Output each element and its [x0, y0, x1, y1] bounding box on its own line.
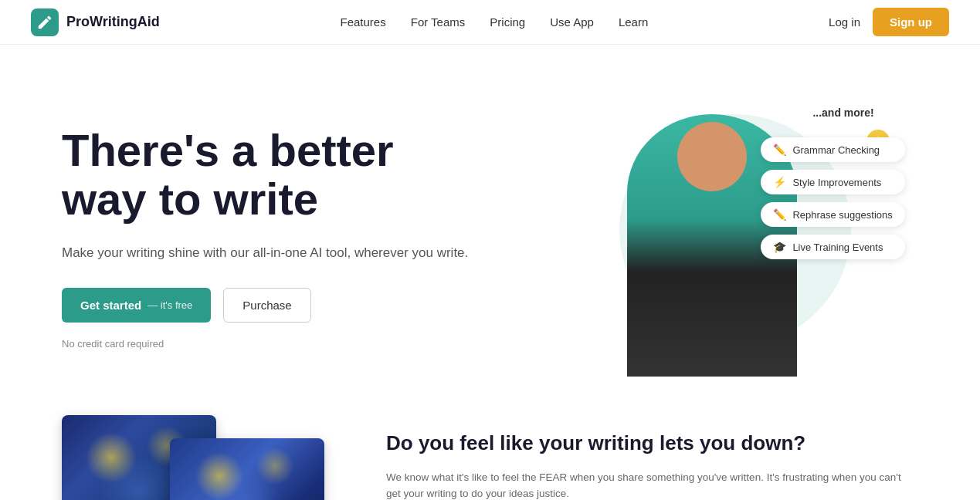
pen-icon — [36, 14, 53, 31]
and-more-label: ...and more! — [812, 106, 873, 119]
feature-pills: ✏️ Grammar Checking ⚡ Style Improvements… — [761, 137, 904, 259]
navbar: ProWritingAid Features For Teams Pricing… — [0, 0, 980, 45]
hero-title-line1: There's a better — [62, 125, 394, 175]
bottom-section: My idea in my head Do you feel like your… — [0, 415, 980, 500]
painting-preview: My idea in my head — [62, 415, 324, 500]
brand-name: ProWritingAid — [66, 14, 160, 30]
nav-use-app[interactable]: Use App — [550, 15, 594, 29]
hero-title: There's a better way to write — [62, 126, 490, 225]
rephrase-icon: ✏️ — [773, 208, 786, 221]
hero-cta: Get started — it's free Purchase — [62, 288, 490, 323]
nav-actions: Log in Sign up — [829, 8, 949, 36]
signup-button[interactable]: Sign up — [873, 8, 949, 36]
training-icon: 🎓 — [773, 241, 786, 253]
nav-pricing[interactable]: Pricing — [490, 15, 525, 29]
nav-features[interactable]: Features — [341, 15, 386, 29]
no-credit-text: No credit card required — [62, 338, 490, 350]
pill-rephrase: ✏️ Rephrase suggestions — [761, 202, 904, 227]
hero-illustration: ...and more! ⭐ ✏️ Grammar Checking ⚡ Sty… — [581, 99, 890, 377]
nav-links: Features For Teams Pricing Use App Learn — [341, 15, 649, 29]
person-head — [677, 122, 747, 191]
pill-rephrase-label: Rephrase suggestions — [792, 209, 892, 221]
style-icon: ⚡ — [773, 176, 786, 188]
bottom-text: We know what it's like to feel the FEAR … — [386, 469, 918, 500]
nav-for-teams[interactable]: For Teams — [411, 15, 466, 29]
starry-night-art-2 — [170, 438, 324, 500]
get-started-label: Get started — [80, 299, 141, 312]
purchase-button[interactable]: Purchase — [223, 288, 310, 323]
logo-icon — [31, 8, 59, 36]
its-free-label: — it's free — [148, 299, 192, 311]
pill-grammar: ✏️ Grammar Checking — [761, 137, 904, 162]
hero-left: There's a better way to write Make your … — [62, 126, 490, 350]
pill-style: ⚡ Style Improvements — [761, 170, 904, 194]
starry-swirl-2 — [178, 446, 317, 500]
pill-training-label: Live Training Events — [792, 242, 883, 253]
hero-title-line2: way to write — [62, 174, 318, 224]
painting-card-2 — [170, 438, 324, 500]
pill-style-label: Style Improvements — [792, 177, 881, 188]
hero-right: ...and more! ⭐ ✏️ Grammar Checking ⚡ Sty… — [521, 91, 950, 384]
grammar-icon: ✏️ — [773, 144, 786, 156]
get-started-button[interactable]: Get started — it's free — [62, 288, 211, 323]
pill-grammar-label: Grammar Checking — [792, 144, 880, 156]
pill-training: 🎓 Live Training Events — [761, 235, 904, 259]
login-link[interactable]: Log in — [829, 15, 860, 29]
nav-learn[interactable]: Learn — [619, 15, 648, 29]
bottom-right: Do you feel like your writing lets you d… — [386, 415, 918, 500]
logo[interactable]: ProWritingAid — [31, 8, 160, 36]
hero-section: There's a better way to write Make your … — [0, 45, 980, 415]
hero-subtitle: Make your writing shine with our all-in-… — [62, 242, 490, 263]
bottom-title: Do you feel like your writing lets you d… — [386, 431, 918, 457]
